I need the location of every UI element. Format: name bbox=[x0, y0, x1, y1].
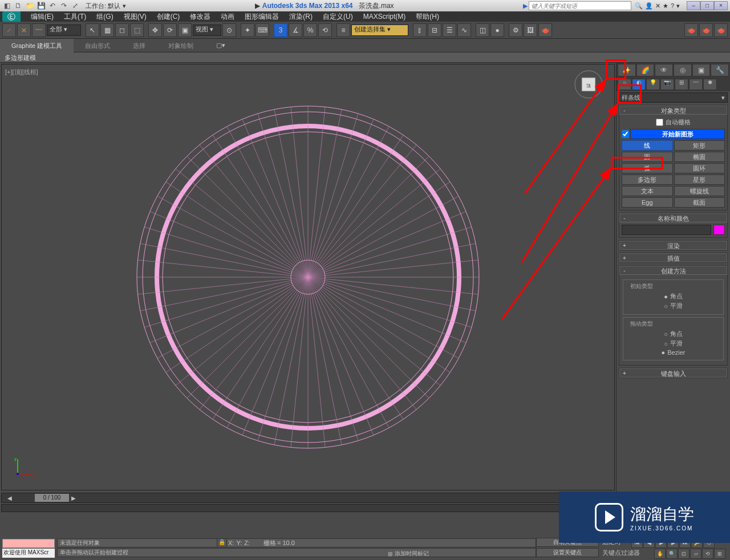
select-name-icon[interactable]: ▦ bbox=[100, 23, 114, 37]
spinner-snap-icon[interactable]: ⟲ bbox=[318, 23, 332, 37]
tab-utilities-icon[interactable]: 🔧 bbox=[711, 64, 729, 76]
search-input[interactable] bbox=[529, 1, 631, 10]
workspace-dropdown[interactable]: 工作台: 默认 bbox=[86, 2, 120, 10]
nav-fov-icon[interactable]: ▱ bbox=[690, 549, 701, 559]
selection-filter-dropdown[interactable]: 全部 ▾ bbox=[47, 25, 81, 36]
shape-rect-button[interactable]: 矩形 bbox=[674, 140, 725, 151]
render-icon[interactable]: 🫖 bbox=[538, 23, 552, 37]
minimize-button[interactable]: – bbox=[687, 1, 700, 10]
rollout-header-interp[interactable]: +插值 bbox=[619, 253, 727, 262]
editnamed-icon[interactable]: ≡ bbox=[336, 23, 350, 37]
refcoord-dropdown[interactable]: 视图 ▾ bbox=[193, 25, 221, 36]
dropdown-icon[interactable]: ▾ bbox=[676, 2, 680, 10]
shape-line-button[interactable]: 线 bbox=[622, 140, 673, 151]
snap-toggle-icon[interactable]: 3 bbox=[274, 23, 287, 37]
script-tab[interactable] bbox=[2, 539, 55, 548]
ribbon-tab-objectpaint[interactable]: 对象绘制 bbox=[157, 39, 205, 52]
new-icon[interactable]: 🗋 bbox=[14, 1, 23, 10]
menu-grapheditor[interactable]: 图形编辑器 bbox=[240, 11, 283, 22]
window-crossing-icon[interactable]: ⬚ bbox=[130, 23, 144, 37]
shape-section-button[interactable]: 截面 bbox=[674, 197, 725, 208]
add-timetag-button[interactable]: 添加时间标记 bbox=[395, 550, 429, 558]
cat-geometry-icon[interactable]: ○ bbox=[618, 79, 631, 90]
object-color-swatch[interactable] bbox=[713, 225, 725, 235]
teapot2-icon[interactable]: 🫖 bbox=[699, 23, 713, 37]
align-icon[interactable]: ⊟ bbox=[428, 23, 441, 37]
rollout-header-keyboard[interactable]: +键盘输入 bbox=[619, 368, 727, 378]
rollout-header-objtype[interactable]: -对象类型 bbox=[619, 105, 727, 115]
rollout-header-createmethod[interactable]: -创建方法 bbox=[619, 266, 727, 275]
shape-egg-button[interactable]: Egg bbox=[622, 197, 673, 208]
tab-hierarchy-icon[interactable]: 👁 bbox=[655, 64, 673, 76]
ribbon-tab-graphite[interactable]: Graphite 建模工具 bbox=[0, 39, 74, 52]
named-selset-dropdown[interactable]: 创建选择集 ▾ bbox=[351, 25, 408, 36]
percent-snap-icon[interactable]: % bbox=[303, 23, 317, 37]
material-icon[interactable]: ● bbox=[490, 23, 504, 37]
menu-render[interactable]: 渲染(R) bbox=[285, 11, 317, 22]
select-link-icon[interactable]: ⟋ bbox=[2, 23, 16, 37]
mirror-icon[interactable]: ⫿ bbox=[413, 23, 427, 37]
tab-create-icon[interactable]: ✨ bbox=[618, 64, 636, 76]
select-rect-icon[interactable]: ◻ bbox=[115, 23, 129, 37]
favorites-icon[interactable]: ★ bbox=[663, 2, 668, 10]
nav-zoomext-icon[interactable]: ⊡ bbox=[678, 549, 690, 559]
cat-cameras-icon[interactable]: 📷 bbox=[660, 79, 674, 90]
menu-animation[interactable]: 动画 bbox=[216, 11, 239, 22]
menu-edit[interactable]: 编辑(E) bbox=[26, 11, 58, 22]
lock-icon[interactable]: 🔒 bbox=[217, 538, 227, 547]
initial-corner-radio[interactable]: ● 角点 bbox=[637, 291, 709, 301]
redo-icon[interactable]: ↷ bbox=[59, 1, 68, 10]
create-type-dropdown[interactable]: 样条线▾ bbox=[619, 92, 728, 103]
start-new-shape-button[interactable]: 开始新图形 bbox=[630, 129, 725, 139]
unlink-icon[interactable]: ⤫ bbox=[17, 23, 31, 37]
binoculars-icon[interactable]: 🔍 bbox=[635, 2, 643, 10]
menu-help[interactable]: 帮助(H) bbox=[411, 11, 444, 22]
viewport-top[interactable]: [+][顶][线框] bbox=[1, 64, 615, 490]
schematic-icon[interactable]: ◫ bbox=[476, 23, 489, 37]
bind-spacewarp-icon[interactable]: 〰 bbox=[32, 23, 46, 37]
app-logo-icon[interactable]: Ⓔ bbox=[2, 11, 21, 22]
shape-circle-button[interactable]: 圆 bbox=[622, 152, 673, 162]
teapot1-icon[interactable]: 🫖 bbox=[684, 23, 698, 37]
menu-view[interactable]: 视图(V) bbox=[119, 11, 151, 22]
tab-motion-icon[interactable]: ◎ bbox=[674, 64, 692, 76]
select-manip-icon[interactable]: ✦ bbox=[241, 23, 254, 37]
nav-orbit-icon[interactable]: ⟲ bbox=[702, 549, 713, 559]
drag-bezier-radio[interactable]: ● Bezier bbox=[637, 348, 709, 356]
render-setup-icon[interactable]: ⚙ bbox=[509, 23, 522, 37]
shape-ngon-button[interactable]: 多边形 bbox=[622, 175, 673, 185]
link-icon[interactable]: ⤢ bbox=[71, 1, 80, 10]
shape-helix-button[interactable]: 螺旋线 bbox=[674, 186, 725, 196]
angle-snap-icon[interactable]: ∡ bbox=[289, 23, 302, 37]
setkey-button[interactable]: 设置关键点 bbox=[536, 548, 599, 557]
menu-maxscript[interactable]: MAXScript(M) bbox=[359, 11, 411, 22]
app-menu-icon[interactable]: ◧ bbox=[2, 1, 11, 10]
ribbon-subpanel-label[interactable]: 多边形建模 bbox=[0, 52, 730, 63]
undo-icon[interactable]: ↶ bbox=[48, 1, 57, 10]
shape-star-button[interactable]: 星形 bbox=[674, 175, 725, 185]
ribbon-tab-freeform[interactable]: 自由形式 bbox=[74, 39, 121, 52]
time-slider-handle[interactable]: 0 / 100 bbox=[35, 494, 69, 502]
rollout-header-namecolor[interactable]: -名称和颜色 bbox=[619, 213, 727, 222]
nav-zoom-icon[interactable]: 🔍 bbox=[666, 549, 678, 559]
select-icon[interactable]: ↖ bbox=[86, 23, 99, 37]
tab-display-icon[interactable]: ▣ bbox=[692, 64, 711, 76]
render-frame-icon[interactable]: 🖼 bbox=[524, 23, 537, 37]
shape-text-button[interactable]: 文本 bbox=[622, 186, 673, 196]
menu-modifiers[interactable]: 修改器 bbox=[185, 11, 215, 22]
cat-spacewarps-icon[interactable]: 〰 bbox=[689, 79, 703, 90]
cat-systems-icon[interactable]: ✱ bbox=[703, 79, 717, 90]
save-icon[interactable]: 💾 bbox=[36, 1, 46, 10]
move-icon[interactable]: ✥ bbox=[148, 23, 162, 37]
layers-icon[interactable]: ☰ bbox=[443, 23, 456, 37]
shape-arc-button[interactable]: 弧 bbox=[622, 163, 673, 173]
cat-shapes-icon[interactable]: ◐ bbox=[632, 79, 646, 90]
nav-maxtoggle-icon[interactable]: ⊞ bbox=[714, 549, 725, 559]
pivot-icon[interactable]: ⊙ bbox=[222, 23, 236, 37]
menu-customize[interactable]: 自定义(U) bbox=[318, 11, 358, 22]
teapot3-icon[interactable]: 🫖 bbox=[714, 23, 728, 37]
keymode-icon[interactable]: ⌨ bbox=[256, 23, 269, 37]
tab-modify-icon[interactable]: 🌈 bbox=[636, 64, 655, 76]
open-icon[interactable]: 📁 bbox=[25, 1, 34, 10]
shape-ellipse-button[interactable]: 椭圆 bbox=[674, 152, 725, 162]
